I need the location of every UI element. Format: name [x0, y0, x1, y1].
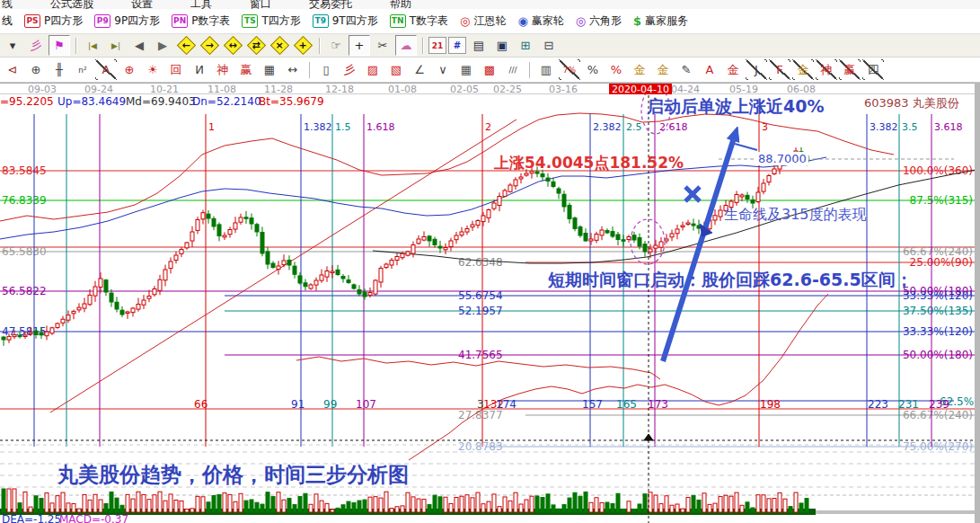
tool-gann-wheel-icon[interactable]: ◎江恩轮 [460, 13, 506, 29]
a-wave-icon[interactable]: A [699, 59, 720, 80]
menu-item-1[interactable]: 设置 [131, 0, 153, 9]
percent-lines-icon[interactable]: % [605, 59, 627, 80]
tool-ps-button[interactable]: PSP四方形 [24, 13, 83, 29]
first-bar-icon[interactable]: |◀ [82, 35, 103, 56]
grid-icon[interactable]: ▦ [455, 59, 477, 80]
gold-circle-icon[interactable]: 金 [629, 59, 650, 80]
pen-icon[interactable]: ✎ [675, 59, 697, 80]
star-target-icon[interactable]: ☀ [142, 59, 163, 80]
calendar-icon[interactable]: 21 [428, 37, 446, 54]
ying-tool-icon[interactable]: 赢 [235, 59, 257, 80]
menu-item-2[interactable]: 工具 [190, 0, 212, 9]
notepad-icon[interactable]: ▤ [468, 35, 490, 56]
annotation-wave-up: 启动后单波上涨近40% [647, 95, 824, 119]
brain-icon[interactable]: ☁ [395, 35, 417, 56]
gold-angle-icon[interactable]: 金 [792, 59, 814, 80]
shift-right-icon[interactable]: → [199, 35, 220, 56]
angle-tool-icon[interactable]: A [95, 59, 117, 80]
ruler-grid-icon[interactable]: ▦ [259, 59, 280, 80]
prev-bar-icon[interactable]: ◀ [128, 35, 150, 56]
menu-item-4[interactable]: 交易委托 [309, 0, 352, 9]
shen-angle-icon[interactable]: 神 [816, 59, 837, 80]
hand-icon[interactable]: ☞ [325, 35, 347, 56]
zoom-out-icon[interactable]: × [269, 35, 290, 56]
angle-lines-icon[interactable]: ∠ [409, 59, 430, 80]
shift-left-icon[interactable]: ← [175, 35, 197, 56]
fan-box2-icon[interactable]: ▧ [385, 59, 407, 80]
seven-percent-icon[interactable]: 7% [559, 59, 580, 80]
annotation-window-start: 短期时间窗口启动：股价回踩62.6-65.5区间； [548, 269, 913, 292]
svg-text:75.00%(270): 75.00%(270) [903, 440, 973, 453]
diamond-glyph: ⇄ [252, 40, 260, 51]
gold-lines-icon[interactable]: 金 [652, 59, 674, 80]
tool-p9-button[interactable]: P99P四方形 [94, 13, 160, 29]
bar-ruler-icon[interactable]: ▥ [535, 59, 557, 80]
wave-check-icon[interactable]: ∨ [432, 59, 454, 80]
svg-text:157: 157 [582, 398, 603, 411]
print-icon[interactable]: ⊟ [538, 35, 560, 56]
port-box-icon[interactable]: ▯ [315, 59, 337, 80]
shapes-item-partial[interactable]: 线 [2, 13, 13, 29]
calculator-icon[interactable]: # [448, 37, 466, 54]
four-angle-icon[interactable]: 四 [862, 59, 884, 80]
n-square-icon[interactable]: n² [72, 59, 93, 80]
tool-tn-button[interactable]: TNT数字表 [390, 13, 448, 29]
svg-text:231: 231 [898, 398, 919, 411]
diamond-glyph: ↔ [228, 40, 236, 51]
gann-wheel-tool-icon[interactable]: ⊕ [25, 59, 47, 80]
menu-item-partial[interactable]: 线 [2, 0, 13, 9]
tool-label: P数字表 [191, 13, 230, 29]
tool-t9-button[interactable]: T99T四方形 [313, 13, 378, 29]
svg-text:1: 1 [208, 121, 215, 133]
ying-angle-icon[interactable]: 赢 [839, 59, 861, 80]
j-angle-icon[interactable]: J [746, 59, 767, 80]
svg-text:174: 174 [496, 398, 516, 411]
svg-text:33.33%(120): 33.33%(120) [903, 325, 973, 338]
zigzag-icon[interactable]: И [189, 59, 210, 80]
last-bar-icon[interactable]: ▶| [105, 35, 127, 56]
next-bar-icon[interactable]: ▶ [152, 35, 173, 56]
time-ruler-icon[interactable]: ╫ [49, 59, 70, 80]
f-angle-icon[interactable]: F [769, 59, 790, 80]
svg-text:41.7565: 41.7565 [458, 349, 503, 361]
menu-item-0[interactable]: 公式选股 [50, 0, 93, 9]
svg-text:107: 107 [356, 398, 376, 411]
svg-text:1.382: 1.382 [304, 121, 332, 133]
scissors-icon[interactable]: ✂ [372, 35, 393, 56]
span-measure-icon[interactable]: ↔ [282, 59, 304, 80]
tool-ts-button[interactable]: TST四方形 [242, 13, 300, 29]
grid-red-icon[interactable]: ▩ [479, 59, 500, 80]
flag-icon[interactable]: ⚑ [49, 35, 70, 56]
svg-text:2.5: 2.5 [626, 121, 642, 133]
fan-lines-icon[interactable]: 彡 [339, 59, 360, 80]
save-icon[interactable]: ▣ [491, 35, 513, 56]
tool-hexagon-icon[interactable]: ◎六角形 [576, 13, 622, 29]
fan-box-icon[interactable]: ▨ [362, 59, 384, 80]
slashes-icon[interactable]: /// [502, 59, 524, 80]
svg-text:83.5845: 83.5845 [2, 164, 47, 177]
menu-item-5[interactable]: 帮助 [390, 0, 411, 9]
toolbar-separator [309, 62, 310, 78]
shen-tool-icon[interactable]: 神 [212, 59, 234, 80]
tool-winner-service-icon[interactable]: $赢家服务 [633, 13, 688, 29]
dropdown-icon[interactable]: ▾ [2, 35, 23, 56]
square-target-icon[interactable]: 回 [165, 59, 187, 80]
percent-icon[interactable]: % [582, 59, 604, 80]
expand-h-icon[interactable]: ↔ [222, 35, 243, 56]
compress-h-icon[interactable]: ⇄ [245, 35, 267, 56]
zoom-all-icon[interactable]: + [292, 35, 313, 56]
megaphone-icon[interactable]: ⊲ [2, 59, 23, 80]
tool-label: P四方形 [44, 13, 83, 29]
gold-box-icon[interactable]: 金 [722, 59, 744, 80]
crosshair-icon[interactable]: + [349, 35, 370, 56]
circle-target-icon[interactable]: ⊕ [119, 59, 140, 80]
tool-pn-button[interactable]: PNP数字表 [172, 13, 230, 29]
menu-item-3[interactable]: 窗口 [250, 0, 271, 9]
winner-wheel-icon: ◉ [517, 14, 527, 28]
svg-text:198: 198 [760, 398, 781, 411]
draw-tool-icon[interactable]: 彡 [25, 35, 47, 56]
svg-text:3.618: 3.618 [934, 121, 963, 133]
tool-winner-wheel-icon[interactable]: ◉赢家轮 [517, 13, 563, 29]
network-icon[interactable]: ⊞ [515, 35, 536, 56]
chart-area[interactable]: 83.5845100.0%(360)76.833987.5%(315)65.58… [0, 94, 980, 523]
